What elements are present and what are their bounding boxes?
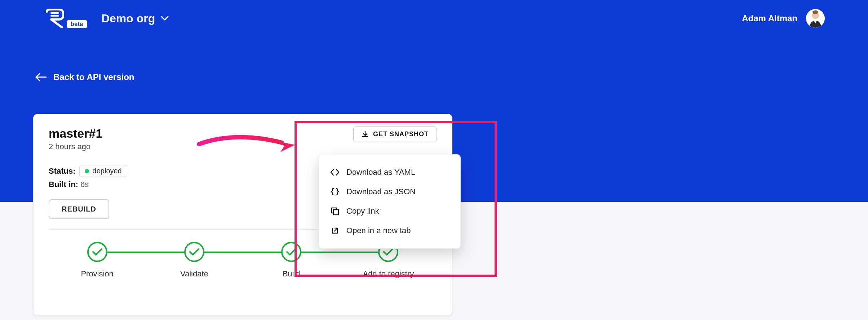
step-check-icon	[184, 242, 204, 262]
step-validate: Validate	[146, 242, 243, 279]
org-name: Demo org	[101, 12, 155, 25]
dropdown-item-label: Copy link	[346, 206, 379, 216]
back-link-label: Back to API version	[53, 72, 134, 82]
svg-rect-5	[333, 210, 338, 215]
status-badge: deployed	[79, 165, 127, 177]
code-icon	[330, 169, 340, 176]
snapshot-label: GET SNAPSHOT	[373, 130, 429, 138]
dropdown-item-label: Open in a new tab	[346, 226, 411, 235]
status-label: Status:	[49, 166, 76, 176]
step-check-icon	[281, 242, 301, 262]
status-dot-icon	[85, 169, 89, 173]
step-label: Build	[283, 269, 300, 279]
built-value: 6s	[80, 180, 89, 189]
avatar-icon	[806, 9, 825, 28]
dropdown-item-download-json[interactable]: Download as JSON	[319, 182, 460, 201]
get-snapshot-button[interactable]: GET SNAPSHOT	[353, 126, 437, 142]
dropdown-item-label: Download as JSON	[346, 187, 416, 196]
dropdown-item-label: Download as YAML	[346, 168, 415, 177]
built-label: Built in:	[49, 180, 78, 189]
redocly-logo-icon	[43, 9, 64, 28]
avatar[interactable]	[806, 9, 825, 28]
download-icon	[362, 131, 369, 138]
step-label: Provision	[81, 269, 113, 279]
dropdown-item-open-new-tab[interactable]: Open in a new tab	[319, 221, 460, 240]
rebuild-button[interactable]: REBUILD	[49, 199, 109, 219]
step-provision: Provision	[49, 242, 146, 279]
back-link[interactable]: Back to API version	[35, 72, 134, 82]
status-value: deployed	[93, 167, 122, 175]
chevron-down-icon	[161, 16, 169, 21]
arrow-left-icon	[35, 73, 47, 81]
open-new-tab-icon	[330, 226, 340, 235]
step-label: Add to registry	[363, 269, 414, 279]
build-subtitle: 2 hours ago	[49, 142, 102, 151]
org-switcher[interactable]: Demo org	[101, 12, 169, 25]
build-title: master#1	[49, 126, 102, 141]
rebuild-label: REBUILD	[62, 205, 96, 213]
dropdown-item-copy-link[interactable]: Copy link	[319, 201, 460, 221]
beta-badge: beta	[67, 20, 87, 28]
braces-icon	[330, 188, 340, 196]
step-check-icon	[87, 242, 107, 262]
copy-icon	[330, 207, 340, 215]
snapshot-dropdown: Download as YAML Download as JSON Copy l…	[319, 154, 461, 249]
step-label: Validate	[180, 269, 208, 279]
app-header: beta Demo org Adam Altman	[0, 0, 868, 28]
user-name[interactable]: Adam Altman	[742, 13, 797, 23]
dropdown-item-download-yaml[interactable]: Download as YAML	[319, 163, 460, 182]
logo[interactable]: beta	[43, 9, 87, 28]
